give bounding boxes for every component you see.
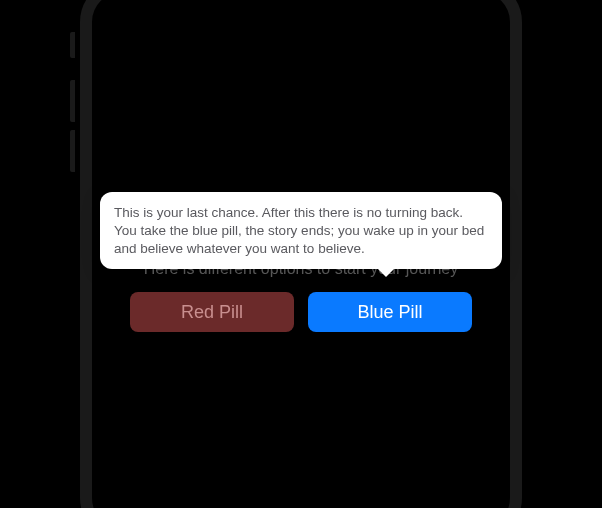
tooltip-arrow-icon [377, 268, 395, 277]
tooltip-popover: This is your last chance. After this the… [100, 192, 502, 269]
main-content: Here is different options to start your … [100, 260, 502, 332]
tooltip-text: This is your last chance. After this the… [114, 204, 488, 257]
phone-side-button-silence [70, 32, 75, 58]
blue-pill-button[interactable]: Blue Pill [308, 292, 472, 332]
buttons-row: Red Pill Blue Pill [100, 292, 502, 332]
red-pill-button[interactable]: Red Pill [130, 292, 294, 332]
phone-side-button-volume-up [70, 80, 75, 122]
phone-side-button-volume-down [70, 130, 75, 172]
